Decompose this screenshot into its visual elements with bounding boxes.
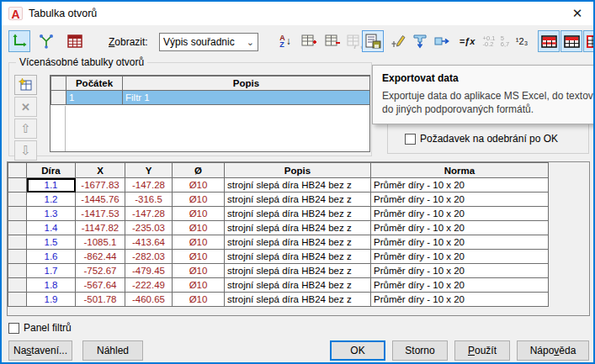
row-header-strip [50, 106, 66, 151]
corner-cell [8, 163, 27, 178]
table-row: 1.9 -501.78 -460.65 Ø10 strojní slepá dí… [8, 293, 549, 307]
delete-table-button[interactable]: ✕ [14, 97, 37, 117]
filter-name-cell[interactable]: Filtr 1 [123, 91, 370, 105]
col-header-y: Y [125, 163, 173, 178]
origin-axes-button[interactable] [8, 30, 30, 52]
tolerance-button[interactable]: +0.1-0.2 [480, 30, 498, 52]
insert-hole-button[interactable] [409, 30, 431, 52]
hole-id-cell[interactable]: 1.4 [27, 221, 76, 235]
ok-button[interactable]: OK [330, 340, 385, 361]
hole-table: Díra X Y Ø Popis Norma 1.1 -1677.83 -147… [8, 162, 549, 307]
move-down-button[interactable]: ⇩ [14, 140, 37, 161]
zobrazit-label: Zobrazit: [109, 36, 148, 48]
hole-table-dialog: A Tabulka otvorů ✕ Zobrazit: Výpis souřa… [0, 0, 595, 364]
col-header-x: X [76, 163, 125, 178]
arrow-down-icon: ⇩ [20, 143, 31, 158]
origin-axes-icon [12, 34, 27, 49]
remove-after-ok-label: Požadavek na odebrání po OK [420, 133, 558, 145]
thread-table-button[interactable] [64, 30, 86, 52]
filter-panel-option[interactable]: Panel filtrů [8, 322, 72, 334]
table-style1-icon [541, 35, 557, 48]
sort-button[interactable]: AZ ↓ [274, 30, 296, 52]
renumber-button[interactable]: 56,7 [497, 30, 513, 52]
options-panel: Požadavek na odebrání po OK [387, 124, 589, 154]
table-view-style1-button[interactable] [538, 30, 560, 52]
filter-table-container: Počátek Popis 1 Filtr 1 [50, 75, 370, 152]
title-bar: A Tabulka otvorů ✕ [2, 2, 593, 25]
sort-arrow-icon: ↓ [286, 35, 291, 47]
hole-id-cell[interactable]: 1.2 [27, 193, 76, 207]
hole-id-cell[interactable]: 1.7 [27, 264, 76, 278]
export-data-icon [365, 34, 381, 49]
row-header-cell[interactable] [51, 91, 66, 105]
table-view-style3-button[interactable] [583, 30, 595, 52]
hole-id-cell[interactable]: 1.5 [27, 235, 76, 250]
help-button[interactable]: Nápověda [517, 340, 589, 361]
filter-origin-cell[interactable]: 1 [66, 91, 123, 105]
renumber-icon: 56,7 [501, 35, 509, 47]
close-icon[interactable]: ✕ [570, 6, 585, 21]
hole-direction-button[interactable] [431, 30, 453, 52]
table-style2-icon [564, 35, 580, 48]
update-table-icon [347, 34, 363, 49]
tooltip-line2: do jiných podporovaných formátů. [382, 103, 595, 116]
table-row: 1.3 -1417.53 -147.28 Ø10 strojní slepá d… [8, 207, 549, 221]
table-row: 1.5 -1085.1 -413.64 Ø10 strojní slepá dí… [8, 235, 549, 250]
hole-id-cell[interactable]: 1.9 [27, 293, 76, 307]
hole-table-container: Díra X Y Ø Popis Norma 1.1 -1677.83 -147… [7, 161, 590, 316]
new-table-button[interactable] [14, 75, 37, 95]
add-row-icon [301, 34, 317, 49]
thread-table-icon [67, 34, 82, 48]
chevron-down-icon: ⌄ [247, 37, 254, 48]
numbering-button[interactable]: ¹2₃ [512, 30, 532, 52]
hole-id-cell[interactable]: 1.3 [27, 207, 76, 221]
formula-button[interactable]: =ƒx [454, 30, 480, 52]
hole-id-cell[interactable]: 1.8 [27, 278, 76, 293]
table-row: 1.4 -1147.82 -235.03 Ø10 strojní slepá d… [8, 221, 549, 235]
col-header-popis: Popis [225, 163, 371, 178]
hole-down-icon [412, 34, 428, 49]
delete-icon: ✕ [21, 101, 30, 113]
apply-button[interactable]: Použít [454, 340, 510, 361]
view-select[interactable]: Výpis souřadnic ⌄ [159, 33, 258, 51]
cancel-button[interactable]: Storno [392, 340, 448, 361]
add-row-button[interactable] [298, 30, 320, 52]
hole-axes-button[interactable] [35, 30, 57, 52]
tooltip-title: Exportovat data [382, 72, 595, 84]
group-title: Vícenásobné tabulky otvorů [16, 56, 147, 68]
table-row: 1.7 -752.67 -479.45 Ø10 strojní slepá dí… [8, 264, 549, 278]
table-row: 1.8 -567.64 -222.49 Ø10 strojní slepá dí… [8, 278, 549, 293]
preview-button[interactable]: Náhled [82, 340, 143, 361]
col-header-dira: Díra [27, 163, 76, 178]
move-up-button[interactable]: ⇧ [14, 119, 37, 139]
export-tooltip: Exportovat data Exportuje data do aplika… [372, 65, 595, 124]
hole-id-cell[interactable]: 1.6 [27, 250, 76, 264]
checkbox-icon[interactable] [405, 134, 416, 145]
table-style3-icon [587, 35, 595, 48]
export-data-button[interactable] [362, 30, 384, 52]
corner-cell [51, 76, 66, 91]
arrow-up-icon: ⇧ [20, 121, 31, 136]
filter-table: Počátek Popis 1 Filtr 1 [50, 76, 370, 105]
numbering-icon: ¹2₃ [516, 36, 528, 46]
tolerance-icon: +0.1-0.2 [483, 35, 496, 47]
table-view-style2-button[interactable] [560, 30, 582, 52]
hole-id-cell[interactable]: 1.1 [27, 178, 76, 193]
hole-axes-icon [39, 34, 54, 49]
table-row: 1.1 -1677.83 -147.28 Ø10 strojní slepá d… [8, 178, 549, 193]
remove-row-button[interactable] [321, 30, 343, 52]
checkbox-icon[interactable] [8, 323, 19, 334]
col-header-diameter: Ø [173, 163, 225, 178]
view-select-value: Výpis souřadnic [163, 36, 235, 48]
col-header-pocatek: Počátek [66, 76, 123, 91]
pencil-icon [390, 34, 406, 49]
new-table-icon [19, 78, 33, 92]
col-header-popis: Popis [123, 76, 370, 91]
settings-button[interactable]: Nastavení... [8, 340, 72, 361]
remove-after-ok-option[interactable]: Požadavek na odebrání po OK [405, 133, 558, 145]
table-row: 1.6 -862.44 -282.03 Ø10 strojní slepá dí… [8, 250, 549, 264]
col-header-norma: Norma [371, 163, 549, 178]
remove-row-icon [325, 34, 341, 49]
edit-hole-button[interactable] [387, 30, 409, 52]
autocad-logo-icon: A [8, 7, 23, 20]
